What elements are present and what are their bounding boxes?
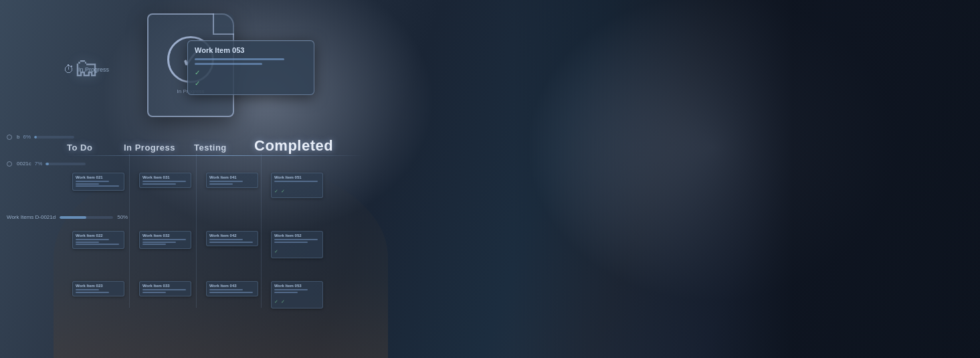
card-022-title: Work Item 022	[76, 234, 121, 238]
work-item-d-row: Work Items D-0021d 50%	[7, 214, 128, 220]
folder-icon: 🗂	[74, 54, 99, 82]
card-021: Work Item 021	[72, 173, 124, 191]
card-051-check2: ✓	[281, 189, 285, 193]
header-testing: Testing	[194, 141, 254, 153]
featured-check-2: ✓	[195, 78, 307, 89]
card-031-bar2	[142, 183, 176, 185]
card-043-bar1	[209, 289, 243, 290]
card-032-bar2	[142, 242, 176, 243]
card-042-title: Work Item 042	[209, 234, 255, 238]
card-031: Work Item 031	[139, 173, 191, 188]
completed-label: Completed	[254, 137, 333, 154]
card-043-title: Work Item 043	[209, 284, 255, 288]
progress-fill-b	[34, 136, 37, 139]
header-in-progress: In Progress	[124, 141, 194, 153]
card-023-bar2	[76, 292, 109, 293]
in-progress-icon: ⏱	[64, 64, 74, 76]
value-b: 6%	[23, 134, 31, 140]
todo-label: To Do	[67, 143, 92, 153]
main-scene: ⏱ In Progress 🗂 b 6% 0021c 7% Work Items…	[0, 0, 980, 358]
card-051-bar1	[274, 181, 318, 182]
card-051: Work Item 051 ✓ ✓	[271, 173, 323, 198]
progress-bg-c	[45, 163, 86, 165]
label-0021c: 0021c	[17, 161, 31, 167]
label-b: b	[17, 134, 19, 140]
column-headers: To Do In Progress Testing Completed	[67, 137, 334, 155]
card-021-bar1	[76, 181, 109, 182]
card-033-bar2	[142, 292, 166, 293]
card-041: Work Item 041	[206, 173, 258, 188]
featured-card-title: Work Item 053	[195, 46, 307, 54]
work-item-d-label: Work Items D-0021d	[7, 214, 56, 220]
card-031-title: Work Item 031	[142, 175, 188, 179]
card-043: Work Item 043	[206, 281, 258, 296]
dot-icon	[7, 135, 12, 140]
divider-todo-inprogress	[129, 154, 130, 308]
card-042-bar1	[209, 239, 243, 240]
card-022-bar3	[76, 244, 119, 245]
testing-label: Testing	[194, 143, 227, 153]
header-todo: To Do	[67, 141, 124, 153]
card-022: Work Item 022	[72, 231, 124, 249]
card-052-check1: ✓	[274, 249, 278, 254]
in-progress-col-label: In Progress	[124, 143, 175, 153]
header-completed: Completed	[254, 137, 334, 155]
card-042-bar2	[209, 242, 253, 243]
card-033-title: Work Item 033	[142, 284, 188, 288]
card-041-bar1	[209, 181, 243, 182]
card-053-bar1	[274, 289, 308, 290]
featured-bar-2	[195, 63, 262, 65]
divider-testing-completed	[261, 154, 262, 308]
card-041-title: Work Item 041	[209, 175, 255, 179]
featured-card: Work Item 053 ✓ ✓	[187, 40, 314, 95]
card-032-bar1	[142, 239, 186, 240]
card-023-title: Work Item 023	[76, 284, 121, 288]
card-032: Work Item 032	[139, 231, 191, 249]
card-051-title: Work Item 051	[274, 175, 320, 179]
card-052-bar1	[274, 239, 318, 240]
card-051-check1: ✓	[274, 189, 278, 193]
card-053-check1: ✓	[274, 299, 278, 304]
card-042: Work Item 042	[206, 231, 258, 246]
progress-item-c: 0021c 7%	[7, 161, 86, 167]
card-033: Work Item 033	[139, 281, 191, 296]
value-d: 50%	[117, 214, 128, 220]
featured-check-1: ✓	[195, 68, 307, 78]
card-023: Work Item 023	[72, 281, 124, 296]
card-043-bar2	[209, 292, 253, 293]
progress-item-b: b 6%	[7, 134, 74, 140]
card-021-bar3	[76, 185, 119, 187]
card-052-bar2	[274, 242, 308, 243]
card-053: Work Item 053 ✓ ✓	[271, 281, 323, 308]
card-023-bar1	[76, 289, 99, 290]
divider-inprogress-testing	[196, 154, 197, 308]
bg-dark-right	[512, 0, 980, 358]
card-032-title: Work Item 032	[142, 234, 188, 238]
value-0021c: 7%	[35, 161, 43, 167]
card-032-bar3	[142, 244, 166, 245]
progress-fill-c	[45, 163, 48, 165]
progress-bg-d	[60, 216, 113, 219]
glow-line-header	[64, 155, 365, 156]
progress-fill-d	[60, 216, 86, 219]
card-033-bar1	[142, 289, 186, 290]
dot-icon-c	[7, 161, 12, 167]
card-052-title: Work Item 052	[274, 234, 320, 238]
card-022-bar1	[76, 239, 109, 240]
card-052: Work Item 052 ✓	[271, 231, 323, 258]
card-053-bar2	[274, 292, 298, 293]
card-053-title: Work Item 053	[274, 284, 320, 288]
card-031-bar1	[142, 181, 186, 182]
card-022-bar2	[76, 242, 99, 243]
card-041-bar2	[209, 183, 233, 185]
featured-bar-1	[195, 58, 284, 60]
card-021-bar2	[76, 183, 99, 185]
card-021-title: Work Item 021	[76, 175, 121, 179]
card-053-check2: ✓	[281, 299, 285, 304]
